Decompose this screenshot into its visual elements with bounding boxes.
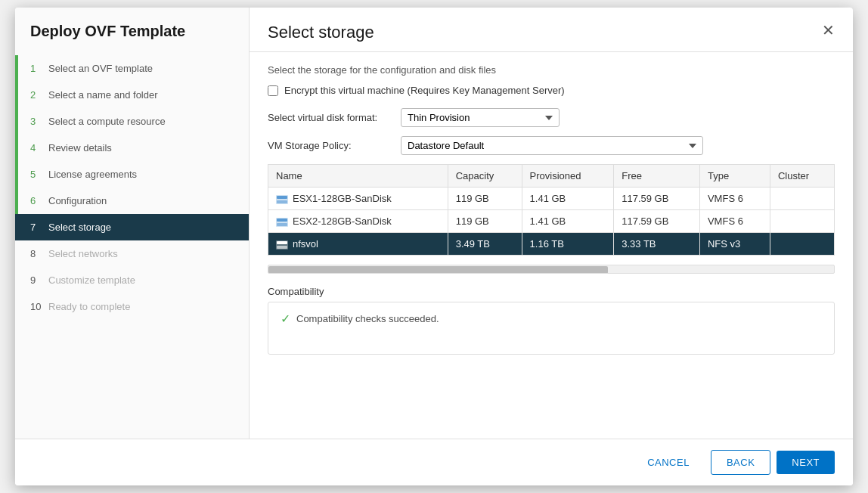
step-label-4: Review details <box>48 142 112 153</box>
col-type: Type <box>699 165 770 188</box>
compatibility-message: Compatibility checks succeeded. <box>296 313 439 324</box>
main-content: Select storage ✕ Select the storage for … <box>250 8 853 439</box>
step-label-2: Select a name and folder <box>48 89 158 101</box>
next-button[interactable]: NEXT <box>777 451 835 474</box>
cell-type: VMFS 6 <box>699 188 770 210</box>
cell-capacity: 119 GB <box>448 188 522 210</box>
storage-table: Name Capacity Provisioned Free Type Clus… <box>268 164 835 256</box>
sidebar-item-7[interactable]: 7 Select storage <box>15 214 249 240</box>
cell-capacity: 119 GB <box>448 210 522 233</box>
modal-body: Deploy OVF Template 1 Select an OVF temp… <box>15 8 853 439</box>
modal-footer: CANCEL BACK NEXT <box>15 439 853 485</box>
disk-format-label: Select virtual disk format: <box>268 112 389 123</box>
svg-rect-2 <box>277 200 287 203</box>
sidebar-item-5[interactable]: 5 License agreements <box>15 161 249 188</box>
col-free: Free <box>614 165 700 188</box>
step-label-5: License agreements <box>48 169 137 180</box>
svg-rect-8 <box>277 246 287 249</box>
storage-policy-select[interactable]: Datastore Default <box>401 136 703 155</box>
storage-policy-row: VM Storage Policy: Datastore Default <box>268 136 835 155</box>
cell-provisioned: 1.41 GB <box>522 210 614 233</box>
cell-provisioned: 1.16 TB <box>522 233 614 256</box>
datastore-icon-selected <box>276 240 288 250</box>
step-label-9: Customize template <box>48 274 135 286</box>
svg-rect-5 <box>277 223 287 226</box>
page-title: Select storage <box>268 23 374 42</box>
disk-format-select[interactable]: Thin Provision Thick Provision Lazy Zero… <box>401 108 560 127</box>
table-header-row: Name Capacity Provisioned Free Type Clus… <box>268 165 835 188</box>
compatibility-success: ✓ Compatibility checks succeeded. <box>281 312 822 326</box>
encrypt-label: Encrypt this virtual machine (Requires K… <box>284 85 565 96</box>
step-num-3: 3 <box>30 116 42 127</box>
sidebar-item-4[interactable]: 4 Review details <box>15 135 249 161</box>
compatibility-section: Compatibility ✓ Compatibility checks suc… <box>268 286 835 355</box>
sidebar-item-3[interactable]: 3 Select a compute resource <box>15 108 249 135</box>
table-row[interactable]: ESX1-128GB-SanDisk119 GB1.41 GB117.59 GB… <box>268 188 835 210</box>
cell-capacity: 3.49 TB <box>448 233 522 256</box>
encrypt-row: Encrypt this virtual machine (Requires K… <box>268 85 835 96</box>
cell-name: ESX1-128GB-SanDisk <box>268 188 448 210</box>
sidebar-item-6[interactable]: 6 Configuration <box>15 188 249 214</box>
sidebar-item-1[interactable]: 1 Select an OVF template <box>15 55 249 82</box>
cell-free: 117.59 GB <box>614 210 700 233</box>
step-label-7: Select storage <box>48 222 111 233</box>
cell-name: nfsvol <box>268 233 448 256</box>
scrollbar-thumb <box>268 266 608 274</box>
sidebar-item-10: 10 Ready to complete <box>15 293 249 320</box>
step-num-10: 10 <box>30 301 42 312</box>
sidebar-item-9: 9 Customize template <box>15 267 249 293</box>
sidebar: Deploy OVF Template 1 Select an OVF temp… <box>15 8 250 439</box>
col-provisioned: Provisioned <box>522 165 614 188</box>
col-cluster: Cluster <box>770 165 834 188</box>
close-button[interactable]: ✕ <box>822 23 835 38</box>
check-icon: ✓ <box>281 312 290 326</box>
step-num-4: 4 <box>30 142 42 153</box>
step-num-2: 2 <box>30 89 42 101</box>
datastore-icon <box>276 218 288 227</box>
main-header: Select storage ✕ <box>250 8 853 52</box>
storage-policy-label: VM Storage Policy: <box>268 140 389 151</box>
svg-rect-1 <box>277 196 287 199</box>
horizontal-scrollbar[interactable] <box>268 265 835 274</box>
encrypt-checkbox[interactable] <box>268 85 278 96</box>
compatibility-box: ✓ Compatibility checks succeeded. <box>268 302 835 355</box>
cell-cluster <box>770 233 834 256</box>
step-num-1: 1 <box>30 63 42 74</box>
col-name: Name <box>268 165 448 188</box>
col-capacity: Capacity <box>448 165 522 188</box>
step-num-7: 7 <box>30 222 42 233</box>
table-row[interactable]: nfsvol3.49 TB1.16 TB3.33 TBNFS v3 <box>268 233 835 256</box>
cell-free: 3.33 TB <box>614 233 700 256</box>
cell-name: ESX2-128GB-SanDisk <box>268 210 448 233</box>
back-button[interactable]: BACK <box>711 450 770 475</box>
cell-provisioned: 1.41 GB <box>522 188 614 210</box>
sidebar-item-2[interactable]: 2 Select a name and folder <box>15 82 249 108</box>
disk-format-row: Select virtual disk format: Thin Provisi… <box>268 108 835 127</box>
page-subtitle: Select the storage for the configuration… <box>268 64 835 76</box>
step-num-8: 8 <box>30 248 42 259</box>
step-label-6: Configuration <box>48 195 107 206</box>
sidebar-title: Deploy OVF Template <box>15 23 249 55</box>
cancel-button[interactable]: CANCEL <box>632 451 705 474</box>
svg-rect-7 <box>277 241 287 244</box>
svg-rect-4 <box>277 219 287 222</box>
cell-cluster <box>770 210 834 233</box>
step-num-9: 9 <box>30 274 42 286</box>
cell-free: 117.59 GB <box>614 188 700 210</box>
sidebar-item-8: 8 Select networks <box>15 240 249 267</box>
step-label-8: Select networks <box>48 248 118 259</box>
cell-cluster <box>770 188 834 210</box>
step-label-1: Select an OVF template <box>48 63 153 74</box>
table-row[interactable]: ESX2-128GB-SanDisk119 GB1.41 GB117.59 GB… <box>268 210 835 233</box>
cell-type: NFS v3 <box>699 233 770 256</box>
deploy-ovf-modal: Deploy OVF Template 1 Select an OVF temp… <box>15 8 853 485</box>
step-num-5: 5 <box>30 169 42 180</box>
step-label-10: Ready to complete <box>48 301 130 312</box>
datastore-icon <box>276 195 288 204</box>
step-label-3: Select a compute resource <box>48 116 166 127</box>
main-scroll-area: Select the storage for the configuration… <box>250 52 853 439</box>
step-num-6: 6 <box>30 195 42 206</box>
cell-type: VMFS 6 <box>699 210 770 233</box>
compatibility-title: Compatibility <box>268 286 835 297</box>
